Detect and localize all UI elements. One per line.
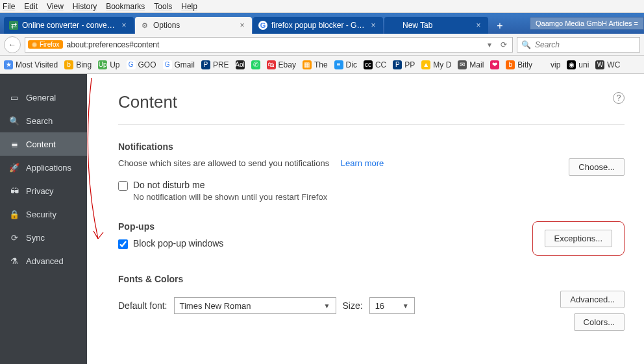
help-icon[interactable]: ? xyxy=(613,92,625,104)
content-icon: ≣ xyxy=(9,139,19,149)
block-popups-checkbox[interactable] xyxy=(118,239,128,249)
menu-history[interactable]: History xyxy=(73,2,97,11)
bookmark-icon: ✆ xyxy=(251,60,260,69)
bookmark-label: PP xyxy=(404,60,415,69)
sidebar-item-label: Privacy xyxy=(26,186,54,196)
bookmark-item[interactable]: ◉uni xyxy=(567,60,589,69)
default-font-select[interactable]: Times New Roman▼ xyxy=(174,297,336,314)
bookmark-item[interactable]: Aol xyxy=(236,60,245,69)
preferences-sidebar: ▭General🔍Search≣Content🚀Applications🕶Pri… xyxy=(0,74,87,364)
google-icon: G xyxy=(258,21,267,30)
colors-button[interactable]: Colors... xyxy=(574,313,625,331)
sidebar-item-label: Content xyxy=(26,140,56,149)
exceptions-highlight: Exceptions... xyxy=(532,221,625,256)
sidebar-item-applications[interactable]: 🚀Applications xyxy=(0,156,87,179)
close-icon[interactable]: × xyxy=(238,21,247,30)
menu-file[interactable]: File xyxy=(3,2,15,11)
bookmark-item[interactable]: vip xyxy=(539,60,560,69)
bookmark-item[interactable]: GGmail xyxy=(163,60,195,69)
bookmark-item[interactable]: ▲My D xyxy=(421,60,451,69)
sidebar-item-content[interactable]: ≣Content xyxy=(0,132,87,156)
menu-view[interactable]: View xyxy=(47,2,64,11)
bookmark-item[interactable]: ≡Dic xyxy=(334,60,357,69)
menu-tools[interactable]: Tools xyxy=(154,2,172,11)
do-not-disturb-checkbox[interactable] xyxy=(118,181,128,191)
tab-online-converter[interactable]: ⇄ Online converter - convert ... × xyxy=(4,17,134,34)
sidebar-item-general[interactable]: ▭General xyxy=(0,86,87,109)
tab-google-search[interactable]: G firefox popup blocker - Goo... × xyxy=(253,17,383,34)
chevron-down-icon: ▼ xyxy=(402,302,409,309)
bookmark-icon: ▲ xyxy=(421,60,430,69)
privacy-icon: 🕶 xyxy=(9,186,19,196)
menu-help[interactable]: Help xyxy=(181,2,197,11)
extension-banner[interactable]: Qaamgo Media GmbH Articles = xyxy=(530,17,644,30)
close-icon[interactable]: × xyxy=(474,21,483,30)
bookmark-item[interactable]: 🛍Ebay xyxy=(267,60,296,69)
bookmark-item[interactable]: ✉Mail xyxy=(458,60,484,69)
choose-button[interactable]: Choose... xyxy=(569,158,625,176)
bookmark-label: Mail xyxy=(469,60,484,69)
bookmark-item[interactable]: UpUp xyxy=(98,60,119,69)
bookmark-label: Bing xyxy=(76,60,92,69)
menu-edit[interactable]: Edit xyxy=(24,2,38,11)
bookmark-icon: b xyxy=(64,60,73,69)
back-button[interactable]: ← xyxy=(4,36,21,53)
sidebar-item-security[interactable]: 🔒Security xyxy=(0,202,87,226)
url-bar[interactable]: Firefox ▾ ⟳ xyxy=(25,37,513,53)
learn-more-link[interactable]: Learn more xyxy=(341,158,384,168)
search-icon: 🔍 xyxy=(521,40,531,49)
bookmark-item[interactable]: bBitly xyxy=(506,60,532,69)
sidebar-item-label: Security xyxy=(26,210,56,219)
search-box[interactable]: 🔍 xyxy=(517,37,640,53)
nav-toolbar: ← Firefox ▾ ⟳ 🔍 xyxy=(0,34,644,56)
bookmark-item[interactable]: ✆ xyxy=(251,60,260,69)
general-icon: ▭ xyxy=(9,92,19,103)
sidebar-item-privacy[interactable]: 🕶Privacy xyxy=(0,179,87,202)
applications-icon: 🚀 xyxy=(9,162,19,173)
do-not-disturb-sub: No notification will be shown until you … xyxy=(133,192,625,202)
tab-options[interactable]: ⚙ Options × xyxy=(135,17,252,34)
search-icon: 🔍 xyxy=(9,115,19,126)
bookmark-icon: cc xyxy=(364,60,373,69)
chevron-down-icon[interactable]: ▾ xyxy=(485,40,494,49)
sidebar-item-search[interactable]: 🔍Search xyxy=(0,109,87,132)
tab-title: firefox popup blocker - Goo... xyxy=(271,21,365,30)
new-tab-button[interactable]: + xyxy=(492,18,508,34)
divider xyxy=(118,124,625,125)
exceptions-button[interactable]: Exceptions... xyxy=(545,230,612,247)
search-input[interactable] xyxy=(535,40,636,49)
tab-bar: ⇄ Online converter - convert ... × ⚙ Opt… xyxy=(0,13,644,34)
tab-title: New Tab xyxy=(402,21,470,30)
bookmark-item[interactable]: ❤ xyxy=(490,60,499,69)
bookmark-icon: b xyxy=(506,60,515,69)
bookmark-item[interactable]: WWC xyxy=(595,60,620,69)
sidebar-item-label: General xyxy=(26,93,56,103)
bookmark-item[interactable]: ccCC xyxy=(364,60,386,69)
bookmark-item[interactable]: PPP xyxy=(393,60,415,69)
bookmark-label: CC xyxy=(375,60,386,69)
bookmark-label: GOO xyxy=(138,60,156,69)
preferences-content: ? Content Notifications Choose which sit… xyxy=(87,74,644,364)
bookmark-label: WC xyxy=(607,60,620,69)
bookmark-icon: 🛍 xyxy=(267,60,276,69)
font-size-select[interactable]: 16▼ xyxy=(369,297,415,314)
close-icon[interactable]: × xyxy=(369,21,378,30)
bookmark-item[interactable]: PPRE xyxy=(201,60,229,69)
bookmark-item[interactable]: bBing xyxy=(64,60,92,69)
bookmark-icon: ❤ xyxy=(490,60,499,69)
url-input[interactable] xyxy=(67,40,481,49)
sidebar-item-advanced[interactable]: ⚗Advanced xyxy=(0,249,87,273)
menu-bar: File Edit View History Bookmarks Tools H… xyxy=(0,0,644,13)
tab-new[interactable]: New Tab × xyxy=(384,17,488,34)
reload-icon[interactable]: ⟳ xyxy=(498,40,510,49)
close-icon[interactable]: × xyxy=(119,21,129,30)
bookmark-label: My D xyxy=(433,60,451,69)
bookmark-item[interactable]: ▦The xyxy=(303,60,328,69)
fonts-advanced-button[interactable]: Advanced... xyxy=(560,291,625,308)
sidebar-item-sync[interactable]: ⟳Sync xyxy=(0,226,87,249)
menu-bookmarks[interactable]: Bookmarks xyxy=(106,2,145,11)
bookmark-item[interactable]: GGOO xyxy=(127,60,156,69)
bookmark-label: Bitly xyxy=(517,60,532,69)
bookmark-item[interactable]: ★Most Visited xyxy=(4,60,58,69)
bookmark-icon: G xyxy=(127,60,136,69)
